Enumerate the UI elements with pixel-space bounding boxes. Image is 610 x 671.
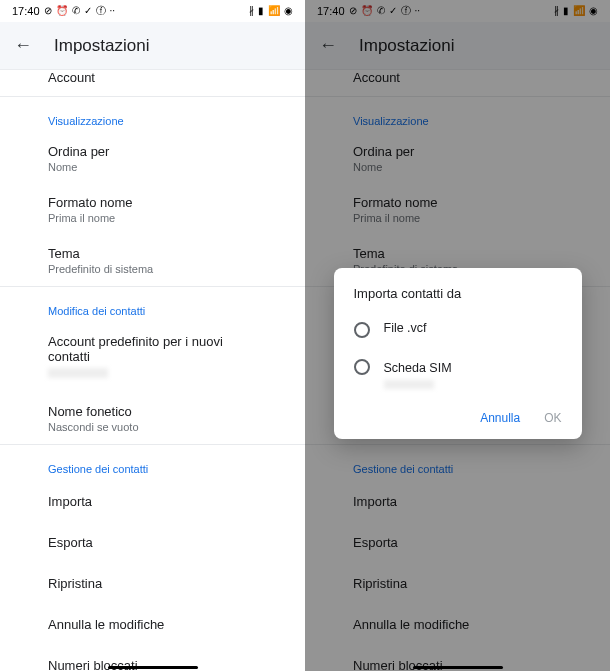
option-scheda-sim[interactable]: Scheda SIM [334, 348, 582, 399]
item-nome-fonetico[interactable]: Nome fonetico Nascondi se vuoto [0, 393, 305, 444]
facebook-icon: ⓕ [96, 6, 106, 16]
item-value: Nome [48, 161, 257, 173]
item-tema[interactable]: Tema Predefinito di sistema [0, 235, 305, 286]
redacted-value [48, 368, 108, 378]
item-formato-nome[interactable]: Formato nome Prima il nome [0, 184, 305, 235]
item-label: Tema [48, 246, 257, 261]
option-label: File .vcf [384, 321, 427, 335]
bluetooth-icon: ∦ [249, 6, 254, 16]
item-label: Nome fonetico [48, 404, 257, 419]
app-header: ← Impostazioni [0, 22, 305, 70]
action-esporta[interactable]: Esporta [0, 522, 305, 563]
nav-handle [108, 666, 198, 669]
item-label: Account predefinito per i nuovi contatti [48, 334, 257, 364]
item-label: Formato nome [48, 195, 257, 210]
more-icon: ·· [110, 6, 116, 16]
action-importa[interactable]: Importa [0, 481, 305, 522]
action-annulla[interactable]: Annulla le modifiche [0, 604, 305, 645]
item-label: Ordina per [48, 144, 257, 159]
item-value: Prima il nome [48, 212, 257, 224]
import-dialog: Importa contatti da File .vcf Scheda SIM… [334, 268, 582, 439]
option-label: Scheda SIM [384, 361, 452, 375]
cancel-button[interactable]: Annulla [480, 411, 520, 425]
nav-handle [413, 666, 503, 669]
item-account[interactable]: Account [0, 70, 305, 96]
dialog-actions: Annulla OK [334, 399, 582, 431]
option-file-vcf[interactable]: File .vcf [334, 311, 582, 348]
item-default-account[interactable]: Account predefinito per i nuovi contatti [0, 323, 305, 393]
item-account-label: Account [48, 70, 257, 85]
alarm-icon: ⏰ [56, 6, 68, 16]
item-value: Predefinito di sistema [48, 263, 257, 275]
back-button[interactable]: ← [14, 35, 32, 56]
status-time: 17:40 [12, 5, 40, 17]
page-title: Impostazioni [54, 36, 149, 56]
status-bar: 17:40 ⊘ ⏰ ✆ ✓ ⓕ ·· ∦ ▮ 📶 ◉ [0, 0, 305, 22]
status-left: 17:40 ⊘ ⏰ ✆ ✓ ⓕ ·· [12, 5, 115, 17]
ok-button[interactable]: OK [544, 411, 561, 425]
section-gestione: Gestione dei contatti [0, 445, 305, 481]
battery-icon: ◉ [284, 6, 293, 16]
dnd-icon: ⊘ [44, 6, 52, 16]
item-value: Nascondi se vuoto [48, 421, 257, 433]
section-visualizzazione: Visualizzazione [0, 97, 305, 133]
dialog-title: Importa contatti da [334, 286, 582, 311]
check-icon: ✓ [84, 6, 92, 16]
item-ordina-per[interactable]: Ordina per Nome [0, 133, 305, 184]
section-modifica: Modifica dei contatti [0, 287, 305, 323]
status-right: ∦ ▮ 📶 ◉ [249, 6, 293, 16]
wifi-icon: 📶 [268, 6, 280, 16]
settings-content: Account Visualizzazione Ordina per Nome … [0, 70, 305, 671]
phone-left: 17:40 ⊘ ⏰ ✆ ✓ ⓕ ·· ∦ ▮ 📶 ◉ ← Impostazion… [0, 0, 305, 671]
signal1-icon: ▮ [258, 6, 264, 16]
radio-icon [354, 359, 370, 375]
phone-right: 17:40 ⊘ ⏰ ✆ ✓ ⓕ ·· ∦ ▮ 📶 ◉ ← Impostazion… [305, 0, 610, 671]
radio-icon [354, 322, 370, 338]
whatsapp-icon: ✆ [72, 6, 80, 16]
action-ripristina[interactable]: Ripristina [0, 563, 305, 604]
redacted-value [384, 380, 434, 389]
